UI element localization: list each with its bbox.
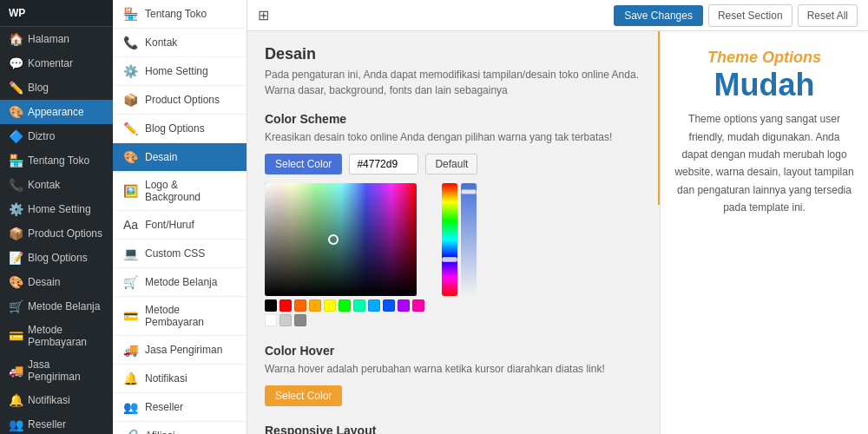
nav-label: Notifikasi [28, 394, 70, 406]
plugin-sidebar-item[interactable]: 💳Metode Pembayaran [113, 297, 247, 336]
content-area: Desain Pada pengaturan ini, Anda dapat m… [247, 31, 868, 434]
plugin-sidebar-item[interactable]: 🔔Notifikasi [113, 365, 247, 393]
color-swatch[interactable] [279, 314, 292, 326]
plugin-sidebar-item[interactable]: 📞Kontak [113, 29, 247, 57]
ps-icon: 💳 [123, 309, 138, 323]
nav-label: Metode Belanja [28, 300, 100, 312]
admin-nav-item[interactable]: 📞Kontak [0, 173, 113, 197]
color-swatch[interactable] [383, 299, 395, 312]
ps-icon: 🚚 [123, 343, 138, 357]
promo-panel: Theme Options Mudah Theme options yang s… [660, 31, 868, 434]
plugin-sidebar-item[interactable]: ⚙️Home Setting [113, 57, 247, 86]
color-picker[interactable] [265, 183, 641, 326]
ps-icon: 📞 [123, 36, 138, 49]
nav-label: Jasa Pengiriman [28, 358, 104, 383]
select-color-button[interactable]: Select Color [265, 154, 342, 174]
ps-label: Jasa Pengiriman [145, 344, 222, 356]
nav-icon: 🔔 [9, 393, 23, 407]
nav-icon: 🏪 [9, 154, 23, 168]
color-swatch[interactable] [279, 299, 292, 312]
ps-label: Custom CSS [145, 247, 205, 260]
admin-nav-item[interactable]: 💬Komentar [0, 51, 113, 76]
nav-label: Appearance [28, 106, 84, 118]
color-swatch[interactable] [265, 299, 277, 312]
nav-label: Reseller [28, 418, 66, 431]
color-scheme-title: Color Scheme [265, 112, 641, 126]
ps-icon: ✏️ [123, 122, 138, 135]
admin-nav-item[interactable]: ⚙️Home Setting [0, 197, 113, 221]
color-swatch[interactable] [368, 299, 380, 312]
ps-label: Product Options [145, 94, 220, 106]
color-hex-input[interactable] [349, 154, 418, 174]
color-hover-title: Color Hover [265, 344, 641, 358]
ps-icon: 🎨 [123, 150, 138, 164]
page-title: Desain [265, 45, 641, 63]
plugin-sidebar-item[interactable]: 👥Reseller [113, 393, 247, 422]
ps-label: Notifikasi [145, 372, 187, 385]
admin-nav-item[interactable]: ✏️Blog [0, 76, 113, 100]
nav-icon: 👥 [9, 418, 23, 431]
spectrum-handle [442, 257, 457, 262]
color-swatch[interactable] [309, 299, 321, 312]
nav-icon: 🛒 [9, 299, 23, 313]
plugin-sidebar-item[interactable]: AaFont/Huruf [113, 211, 247, 240]
admin-nav-item[interactable]: 🎨Desain [0, 270, 113, 294]
color-alpha-bar[interactable] [461, 183, 477, 296]
plugin-sidebar-item[interactable]: 📦Product Options [113, 86, 247, 115]
color-swatch[interactable] [339, 299, 351, 312]
promo-description: Theme options yang sangat user friendly,… [674, 110, 854, 216]
admin-nav-item[interactable]: 🏠Halaman [0, 27, 113, 51]
save-changes-button[interactable]: Save Changes [614, 5, 703, 26]
color-spectrum-bar[interactable] [442, 183, 457, 296]
admin-nav-item[interactable]: 🎨Appearance [0, 100, 113, 124]
plugin-sidebar-item[interactable]: 🖼️Logo & Background [113, 172, 247, 211]
nav-label: Blog [28, 82, 49, 94]
plugin-sidebar-item[interactable]: 🚚Jasa Pengiriman [113, 336, 247, 365]
reset-all-button[interactable]: Reset All [798, 4, 858, 27]
admin-nav-item[interactable]: 💳Metode Pembayaran [0, 319, 113, 353]
nav-label: Komentar [28, 57, 73, 69]
ps-icon: 👥 [123, 400, 138, 414]
color-swatch[interactable] [324, 299, 336, 312]
select-hover-color-button[interactable]: Select Color [265, 385, 342, 406]
admin-nav-item[interactable]: 🔷Diztro [0, 124, 113, 148]
nav-icon: 📞 [9, 178, 23, 192]
plugin-sidebar-item[interactable]: 🔗Afiliasi [113, 422, 247, 434]
admin-nav-item[interactable]: 👥Reseller [0, 412, 113, 434]
nav-icon: 🔷 [9, 129, 23, 143]
admin-nav-item[interactable]: 🛒Metode Belanja [0, 294, 113, 319]
plugin-sidebar-item[interactable]: 🎨Desain [113, 143, 247, 172]
plugin-sidebar-item[interactable]: 🛒Metode Belanja [113, 268, 247, 297]
nav-icon: ⚙️ [9, 202, 23, 216]
nav-icon: 🎨 [9, 105, 23, 119]
ps-icon: ⚙️ [123, 64, 138, 78]
admin-nav-item[interactable]: 📝Blog Options [0, 246, 113, 270]
admin-nav-item[interactable]: 📦Product Options [0, 221, 113, 246]
ps-label: Home Setting [145, 65, 208, 77]
color-swatch[interactable] [294, 299, 306, 312]
color-gradient-canvas[interactable] [265, 183, 417, 296]
color-swatch[interactable] [265, 314, 277, 326]
ps-label: Font/Huruf [145, 219, 194, 231]
color-scheme-controls: Select Color Default [265, 154, 641, 174]
ps-label: Metode Pembayaran [145, 304, 236, 328]
admin-nav-item[interactable]: 🚚Jasa Pengiriman [0, 353, 113, 388]
admin-nav-item[interactable]: 🔔Notifikasi [0, 388, 113, 412]
default-button[interactable]: Default [425, 154, 477, 174]
plugin-sidebar-item[interactable]: ✏️Blog Options [113, 115, 247, 143]
plugin-sidebar-item[interactable]: 🏪Tentang Toko [113, 0, 247, 29]
plugin-sidebar-item[interactable]: 💻Custom CSS [113, 240, 247, 268]
ps-icon: 🔔 [123, 372, 138, 385]
ps-icon: 🖼️ [123, 184, 138, 198]
color-swatch[interactable] [412, 299, 424, 312]
color-swatch[interactable] [294, 314, 306, 326]
ps-icon: 🛒 [123, 275, 138, 289]
nav-icon: 💳 [9, 329, 23, 343]
admin-nav-item[interactable]: 🏪Tentang Toko [0, 148, 113, 173]
color-swatch[interactable] [353, 299, 365, 312]
ps-label: Tentang Toko [145, 8, 207, 20]
admin-sidebar: WP 🏠Halaman💬Komentar✏️Blog🎨Appearance🔷Di… [0, 0, 113, 434]
gradient-black [265, 183, 417, 296]
color-swatch[interactable] [398, 299, 410, 312]
reset-section-button[interactable]: Reset Section [708, 4, 792, 27]
